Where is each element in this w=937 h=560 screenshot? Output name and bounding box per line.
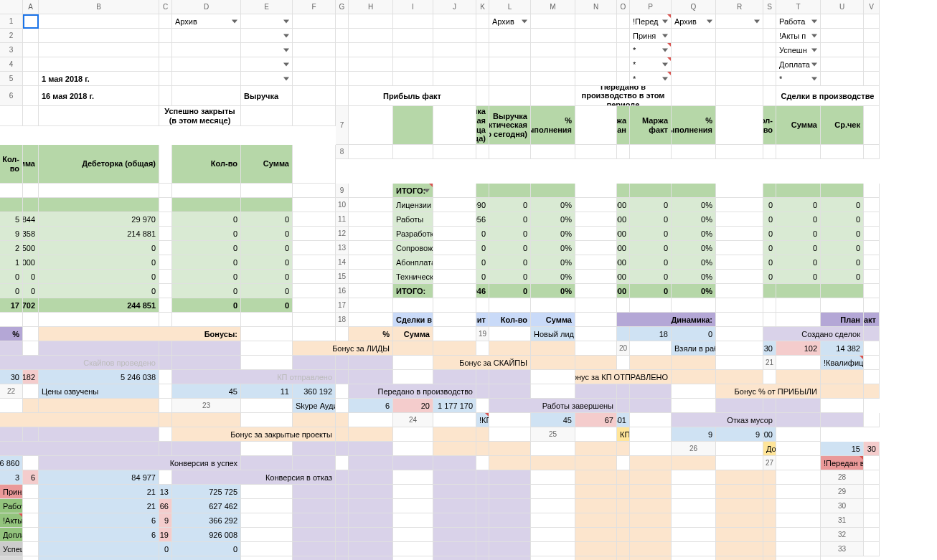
cell-M8[interactable] <box>776 145 821 159</box>
cell-B29[interactable]: Работа выполнена <box>0 499 23 513</box>
filter-icon[interactable] <box>424 189 430 192</box>
cell-V24[interactable] <box>489 427 531 442</box>
cell-M22[interactable] <box>617 384 630 399</box>
cell-S10[interactable] <box>159 212 172 227</box>
cell-H8[interactable] <box>617 145 630 159</box>
cell-C26[interactable] <box>776 442 821 456</box>
cell-P28[interactable] <box>575 485 617 499</box>
row-header-25[interactable]: 25 <box>531 427 575 442</box>
cell-R18[interactable] <box>293 327 336 341</box>
cell-I31[interactable] <box>336 528 349 542</box>
cell-O14[interactable] <box>864 255 880 270</box>
cell-D11[interactable]: 115 056 <box>476 212 489 227</box>
cell-R30[interactable] <box>630 513 672 528</box>
cell-M33[interactable] <box>476 556 489 560</box>
col-header-T[interactable]: T <box>776 0 821 14</box>
cell-O16[interactable] <box>864 284 880 298</box>
cell-V27[interactable] <box>776 470 821 485</box>
col-header-D[interactable]: D <box>172 0 241 14</box>
cell-E7[interactable]: Выручка фактическая (по сегодня) <box>489 106 531 145</box>
cell-S23[interactable] <box>241 413 293 427</box>
cell-S30[interactable] <box>672 513 716 528</box>
cell-A33[interactable] <box>864 542 880 556</box>
cell-G23[interactable] <box>476 399 489 413</box>
cell-A14[interactable] <box>349 255 393 270</box>
cell-G21[interactable] <box>159 370 172 384</box>
cell-I27[interactable] <box>336 470 349 485</box>
cell-Q14[interactable]: 0 <box>23 270 39 284</box>
cell-I28[interactable] <box>336 485 349 499</box>
cell-V22[interactable] <box>159 399 172 413</box>
cell-D14[interactable]: 0 <box>476 255 489 270</box>
cell-M32[interactable] <box>476 542 489 556</box>
cell-H22[interactable]: Передано в производство <box>349 384 476 399</box>
col-header-A[interactable]: A <box>23 0 39 14</box>
cell-T4[interactable]: Доплата <box>776 57 821 72</box>
cell-D22[interactable]: 45 <box>172 384 241 399</box>
cell-G28[interactable] <box>241 485 293 499</box>
cell-I23[interactable] <box>617 399 630 413</box>
cell-D10[interactable]: 169 990 <box>476 198 489 212</box>
cell-M29[interactable] <box>476 499 489 513</box>
cell-T25[interactable] <box>575 442 617 456</box>
cell-H20[interactable]: Скайпов проведено <box>0 356 159 370</box>
cell-D6[interactable] <box>172 86 241 106</box>
cell-M10[interactable]: 0 <box>776 198 821 212</box>
cell-V26[interactable] <box>716 456 763 470</box>
cell-N14[interactable]: 0 <box>821 255 864 270</box>
cell-U8[interactable] <box>241 184 293 198</box>
cell-F11[interactable]: 0% <box>531 212 575 227</box>
cell-E1[interactable] <box>241 14 293 29</box>
cell-S22[interactable] <box>0 399 23 413</box>
row-header-28[interactable]: 28 <box>821 470 864 485</box>
cell-L24[interactable] <box>0 427 23 442</box>
cell-T19[interactable] <box>489 341 531 356</box>
cell-P21[interactable]: Бонус за КП ОТПРАВЛЕНО <box>575 370 672 384</box>
cell-A22[interactable] <box>23 384 39 399</box>
cell-I1[interactable] <box>393 14 433 29</box>
cell-E14[interactable]: 0 <box>489 255 531 270</box>
cell-D21[interactable]: 30 <box>0 370 23 384</box>
cell-O5[interactable] <box>617 72 630 86</box>
cell-H14[interactable]: 15 000 <box>617 255 630 270</box>
cell-T2[interactable]: !Акты п <box>776 29 821 43</box>
cell-T6[interactable]: Успешно закрыты (в этом месяце) <box>159 106 241 126</box>
cell-S12[interactable] <box>159 241 172 255</box>
cell-G9[interactable] <box>575 184 617 198</box>
cell-F13[interactable]: 0% <box>531 241 575 255</box>
cell-C18[interactable] <box>433 313 476 327</box>
cell-S20[interactable] <box>617 356 630 370</box>
cell-L4[interactable] <box>489 57 531 72</box>
filter-icon[interactable] <box>811 62 817 66</box>
cell-J1[interactable] <box>433 14 476 29</box>
cell-S25[interactable] <box>531 442 575 456</box>
cell-A25[interactable] <box>575 427 617 442</box>
cell-F17[interactable] <box>531 298 575 313</box>
cell-U32[interactable] <box>763 542 776 556</box>
cell-R15[interactable]: 0 <box>39 284 159 298</box>
cell-J22[interactable] <box>489 384 531 399</box>
cell-S29[interactable] <box>672 499 716 513</box>
cell-E17[interactable] <box>489 298 531 313</box>
cell-T7[interactable]: Кол-во <box>172 145 241 184</box>
cell-K23[interactable] <box>672 399 716 413</box>
cell-S3[interactable] <box>763 43 776 57</box>
cell-P20[interactable]: Бонус за СКАЙПЫ <box>433 356 531 370</box>
cell-R12[interactable]: 0 <box>39 241 159 255</box>
cell-A11[interactable] <box>349 212 393 227</box>
cell-U15[interactable]: 0 <box>241 284 293 298</box>
cell-V6[interactable] <box>293 106 336 126</box>
cell-V5[interactable] <box>864 72 880 86</box>
cell-A8[interactable] <box>349 145 393 159</box>
cell-P9[interactable] <box>0 198 23 212</box>
cell-D26[interactable]: 15 <box>821 442 864 456</box>
cell-K5[interactable] <box>476 72 489 86</box>
cell-P23[interactable] <box>0 413 159 427</box>
cell-P15[interactable]: 0 <box>0 284 23 298</box>
cell-V32[interactable] <box>776 542 821 556</box>
cell-V12[interactable] <box>293 241 336 255</box>
cell-T17[interactable] <box>172 313 241 327</box>
row-header-33[interactable]: 33 <box>821 542 864 556</box>
cell-D27[interactable]: 3 <box>0 470 23 485</box>
cell-N11[interactable]: 0 <box>821 212 864 227</box>
